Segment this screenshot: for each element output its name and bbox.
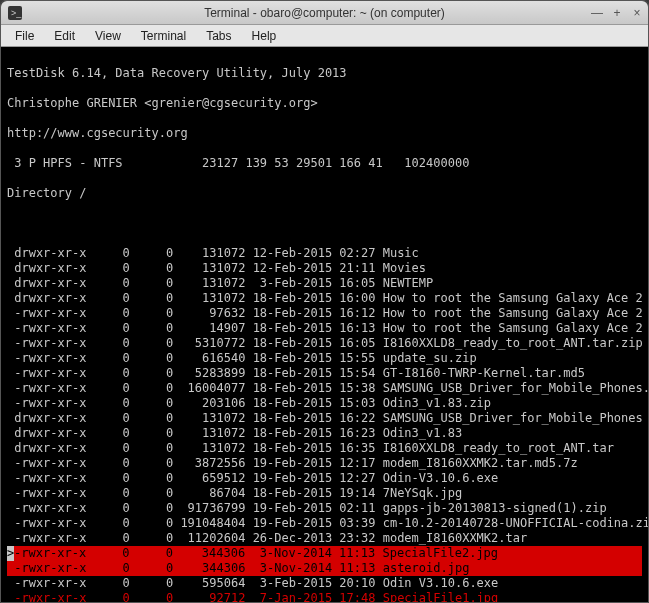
file-row[interactable]: -rwxr-xr-x 0 0 595064 3-Feb-2015 20:10 O… — [7, 576, 642, 591]
header-app: TestDisk 6.14, Data Recovery Utility, Ju… — [7, 66, 642, 81]
file-row[interactable]: -rwxr-xr-x 0 0 92712 7-Jan-2015 17:48 Sp… — [7, 591, 642, 602]
maximize-button[interactable]: + — [610, 6, 624, 20]
terminal-window: >_ Terminal - obaro@computer: ~ (on comp… — [0, 0, 649, 603]
header-dir: Directory / — [7, 186, 642, 201]
header-url: http://www.cgsecurity.org — [7, 126, 642, 141]
file-row[interactable]: -rwxr-xr-x 0 0 97632 18-Feb-2015 16:12 H… — [7, 306, 642, 321]
window-buttons: — + × — [590, 6, 644, 20]
minimize-button[interactable]: — — [590, 6, 604, 20]
menu-help[interactable]: Help — [244, 27, 285, 45]
blank — [7, 216, 642, 231]
file-row[interactable]: -rwxr-xr-x 0 0 11202604 26-Dec-2013 23:3… — [7, 531, 642, 546]
file-row[interactable]: -rwxr-xr-x 0 0 5310772 18-Feb-2015 16:05… — [7, 336, 642, 351]
menu-terminal[interactable]: Terminal — [133, 27, 194, 45]
file-row[interactable]: -rwxr-xr-x 0 0 203106 18-Feb-2015 15:03 … — [7, 396, 642, 411]
file-row[interactable]: drwxr-xr-x 0 0 131072 3-Feb-2015 16:05 N… — [7, 276, 642, 291]
header-author: Christophe GRENIER <grenier@cgsecurity.o… — [7, 96, 642, 111]
file-row[interactable]: drwxr-xr-x 0 0 131072 12-Feb-2015 21:11 … — [7, 261, 642, 276]
file-row[interactable]: -rwxr-xr-x 0 0 659512 19-Feb-2015 12:27 … — [7, 471, 642, 486]
file-row[interactable]: -rwxr-xr-x 0 0 16004077 18-Feb-2015 15:3… — [7, 381, 642, 396]
file-row[interactable]: drwxr-xr-x 0 0 131072 18-Feb-2015 16:22 … — [7, 411, 642, 426]
file-row[interactable]: -rwxr-xr-x 0 0 5283899 18-Feb-2015 15:54… — [7, 366, 642, 381]
menu-file[interactable]: File — [7, 27, 42, 45]
file-row[interactable]: -rwxr-xr-x 0 0 616540 18-Feb-2015 15:55 … — [7, 351, 642, 366]
file-row[interactable]: -rwxr-xr-x 0 0 344306 3-Nov-2014 11:13 a… — [7, 561, 642, 576]
file-row[interactable]: drwxr-xr-x 0 0 131072 12-Feb-2015 02:27 … — [7, 246, 642, 261]
file-row[interactable]: -rwxr-xr-x 0 0 91736799 19-Feb-2015 02:1… — [7, 501, 642, 516]
menu-tabs[interactable]: Tabs — [198, 27, 239, 45]
menubar: File Edit View Terminal Tabs Help — [1, 25, 648, 47]
file-row[interactable]: drwxr-xr-x 0 0 131072 18-Feb-2015 16:23 … — [7, 426, 642, 441]
file-row[interactable]: drwxr-xr-x 0 0 131072 18-Feb-2015 16:35 … — [7, 441, 642, 456]
file-row[interactable]: -rwxr-xr-x 0 0 191048404 19-Feb-2015 03:… — [7, 516, 642, 531]
header-partition: 3 P HPFS - NTFS 23127 139 53 29501 166 4… — [7, 156, 642, 171]
menu-edit[interactable]: Edit — [46, 27, 83, 45]
close-button[interactable]: × — [630, 6, 644, 20]
terminal-body[interactable]: TestDisk 6.14, Data Recovery Utility, Ju… — [1, 47, 648, 602]
file-row[interactable]: -rwxr-xr-x 0 0 3872556 19-Feb-2015 12:17… — [7, 456, 642, 471]
terminal-icon: >_ — [7, 5, 23, 21]
menu-view[interactable]: View — [87, 27, 129, 45]
file-row[interactable]: -rwxr-xr-x 0 0 86704 18-Feb-2015 19:14 7… — [7, 486, 642, 501]
file-list: drwxr-xr-x 0 0 131072 12-Feb-2015 02:27 … — [7, 246, 642, 602]
svg-text:>_: >_ — [11, 8, 22, 18]
file-row[interactable]: drwxr-xr-x 0 0 131072 18-Feb-2015 16:00 … — [7, 291, 642, 306]
file-row[interactable]: -rwxr-xr-x 0 0 14907 18-Feb-2015 16:13 H… — [7, 321, 642, 336]
window-title: Terminal - obaro@computer: ~ (on compute… — [204, 6, 445, 20]
file-row[interactable]: >-rwxr-xr-x 0 0 344306 3-Nov-2014 11:13 … — [7, 546, 642, 561]
titlebar: >_ Terminal - obaro@computer: ~ (on comp… — [1, 1, 648, 25]
